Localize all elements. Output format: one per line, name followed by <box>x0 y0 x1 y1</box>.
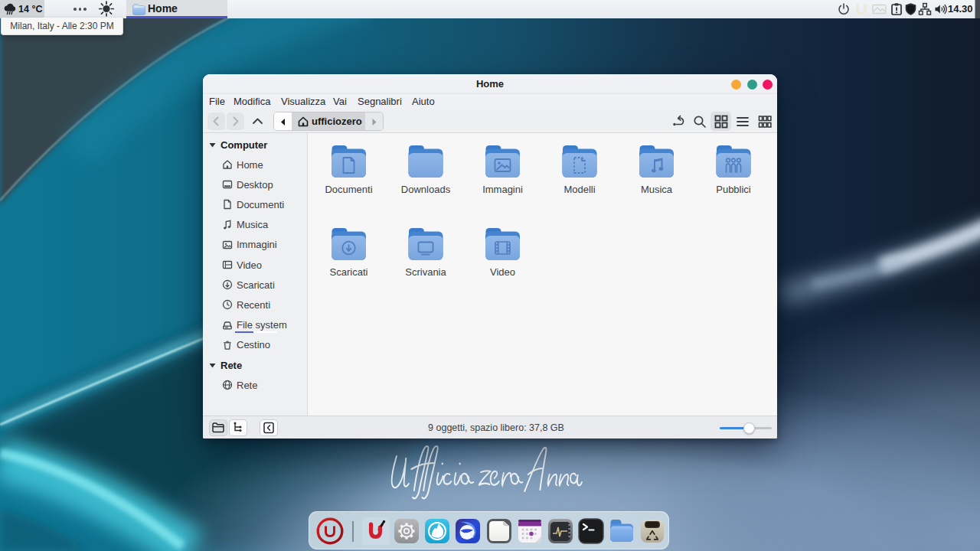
svg-text:Musica: Musica <box>641 184 673 195</box>
svg-text:Scaricati: Scaricati <box>330 266 368 278</box>
svg-text:Scrivania: Scrivania <box>405 266 446 278</box>
svg-text:Documenti: Documenti <box>325 184 372 195</box>
svg-text:Pubblici: Pubblici <box>716 184 751 195</box>
svg-text:Video: Video <box>490 266 515 278</box>
svg-text:Immagini: Immagini <box>482 184 523 195</box>
svg-text:Downloads: Downloads <box>401 184 451 195</box>
svg-text:Modelli: Modelli <box>564 184 595 195</box>
